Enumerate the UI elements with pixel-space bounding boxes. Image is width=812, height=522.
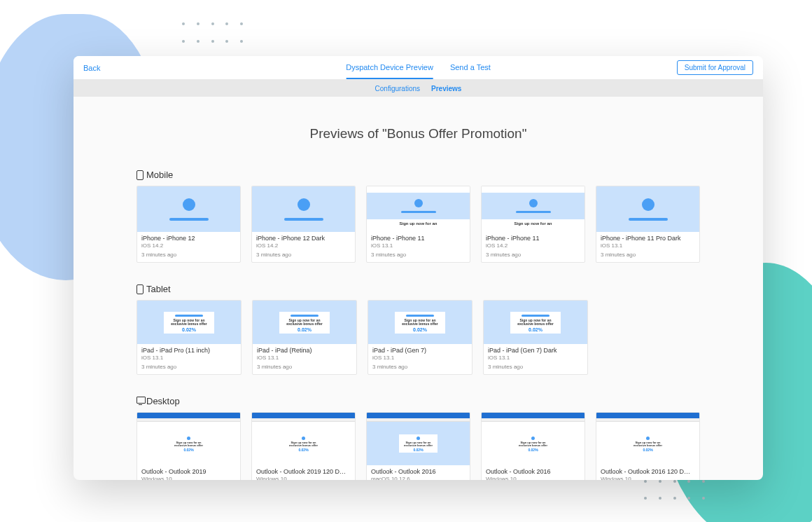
preview-card[interactable]: Sign up now for anexclusive bonus offer … xyxy=(252,300,357,375)
card-meta: iPad - iPad (Gen 7) iOS 13.1 3 minutes a… xyxy=(368,344,472,374)
tab-device-preview[interactable]: Dyspatch Device Preview xyxy=(346,57,433,79)
preview-thumbnail: Sign up now for an xyxy=(367,186,470,232)
card-time: 3 minutes ago xyxy=(256,252,351,258)
preview-card[interactable]: Sign up now for anexclusive bonus offer … xyxy=(483,300,588,375)
card-os: iOS 13.1 xyxy=(372,355,468,361)
card-title: iPhone - iPhone 11 xyxy=(486,235,580,242)
card-meta: Outlook - Outlook 2019 120 D… Windows 10… xyxy=(252,465,355,480)
card-time: 3 minutes ago xyxy=(488,364,583,370)
tab-configurations[interactable]: Configurations xyxy=(375,85,420,92)
card-os: iOS 13.1 xyxy=(141,355,237,361)
page-title: Previews of "Bonus Offer Promotion" xyxy=(136,126,700,142)
card-time: 3 minutes ago xyxy=(141,364,237,370)
card-title: iPhone - iPhone 12 Dark xyxy=(256,235,351,242)
section-heading-label: Mobile xyxy=(146,170,173,180)
preview-thumbnail: Sign up now for anexclusive bonus offer … xyxy=(253,301,356,344)
preview-thumbnail xyxy=(137,186,240,232)
preview-card[interactable]: iPhone - iPhone 12 Dark iOS 14.2 3 minut… xyxy=(251,186,356,263)
card-meta: iPhone - iPhone 11 iOS 13.1 3 minutes ag… xyxy=(367,232,470,262)
card-row: Sign up now for anexclusive bonus offer … xyxy=(136,300,700,375)
preview-thumbnail: Sign up now for anexclusive bonus offer … xyxy=(252,413,355,465)
card-meta: iPhone - iPhone 11 Pro Dark iOS 13.1 3 m… xyxy=(596,232,699,262)
card-os: Windows 10 xyxy=(256,476,351,480)
section-heading: Mobile xyxy=(136,170,700,180)
card-title: iPad - iPad (Gen 7) xyxy=(372,347,468,354)
back-link[interactable]: Back xyxy=(83,64,100,72)
preview-card[interactable]: Sign up now for an iPhone - iPhone 11 iO… xyxy=(481,186,585,263)
card-title: iPhone - iPhone 12 xyxy=(141,235,236,242)
card-meta: iPhone - iPhone 12 iOS 14.2 3 minutes ag… xyxy=(137,232,240,262)
preview-card[interactable]: Sign up now for anexclusive bonus offer … xyxy=(368,300,472,375)
card-os: iOS 14.2 xyxy=(256,242,351,249)
card-title: iPad - iPad (Gen 7) Dark xyxy=(488,347,583,354)
card-meta: Outlook - Outlook 2019 Windows 10 3 minu… xyxy=(137,465,240,480)
preview-card[interactable]: Sign up now for an iPhone - iPhone 11 iO… xyxy=(366,186,470,263)
preview-thumbnail xyxy=(596,186,699,232)
card-os: Windows 10 xyxy=(601,476,695,480)
preview-card[interactable]: Sign up now for anexclusive bonus offer … xyxy=(596,412,700,480)
submit-for-approval-button[interactable]: Submit for Approval xyxy=(677,60,753,75)
preview-thumbnail xyxy=(252,186,355,232)
header-primary: Back Dyspatch Device Preview Send a Test… xyxy=(74,56,763,80)
preview-card[interactable]: iPhone - iPhone 11 Pro Dark iOS 13.1 3 m… xyxy=(596,186,700,263)
card-os: iOS 13.1 xyxy=(371,242,465,249)
device-icon xyxy=(136,170,144,179)
primary-tabs: Dyspatch Device Preview Send a Test xyxy=(346,57,491,79)
card-os: Windows 10 xyxy=(486,476,580,480)
preview-thumbnail: Sign up now for anexclusive bonus offer … xyxy=(482,413,584,465)
card-title: iPad - iPad Pro (11 inch) xyxy=(141,347,237,354)
card-meta: iPhone - iPhone 11 iOS 14.2 3 minutes ag… xyxy=(482,232,584,262)
preview-card[interactable]: Sign up now for anexclusive bonus offer … xyxy=(251,412,356,480)
preview-card[interactable]: Sign up now for anexclusive bonus offer … xyxy=(366,412,470,480)
card-time: 3 minutes ago xyxy=(371,252,465,258)
section-heading-label: Tablet xyxy=(146,284,171,294)
section-heading: Tablet xyxy=(136,284,700,294)
card-meta: Outlook - Outlook 2016 120 D… Windows 10… xyxy=(596,465,699,480)
card-os: iOS 14.2 xyxy=(141,242,236,249)
card-title: Outlook - Outlook 2019 120 D… xyxy=(256,468,351,475)
card-os: iOS 14.2 xyxy=(486,242,580,249)
card-title: Outlook - Outlook 2016 xyxy=(486,468,580,475)
card-title: Outlook - Outlook 2019 xyxy=(141,468,236,475)
card-title: iPhone - iPhone 11 xyxy=(371,235,465,242)
card-time: 3 minutes ago xyxy=(372,364,468,370)
tab-send-test[interactable]: Send a Test xyxy=(450,57,491,79)
card-time: 3 minutes ago xyxy=(486,252,580,258)
card-title: Outlook - Outlook 2016 120 D… xyxy=(601,468,695,475)
preview-thumbnail: Sign up now for anexclusive bonus offer … xyxy=(137,301,241,344)
card-os: iOS 13.1 xyxy=(257,355,352,361)
preview-card[interactable]: Sign up now for anexclusive bonus offer … xyxy=(136,300,241,375)
card-meta: iPad - iPad Pro (11 inch) iOS 13.1 3 min… xyxy=(137,344,241,374)
secondary-tabs: Configurations Previews xyxy=(74,80,763,97)
preview-card[interactable]: Sign up now for anexclusive bonus offer … xyxy=(481,412,585,480)
card-meta: iPad - iPad (Gen 7) Dark iOS 13.1 3 minu… xyxy=(484,344,587,374)
card-title: iPad - iPad (Retina) xyxy=(257,347,352,354)
preview-thumbnail: Sign up now for anexclusive bonus offer … xyxy=(137,413,240,465)
preview-card[interactable]: iPhone - iPhone 12 iOS 14.2 3 minutes ag… xyxy=(136,186,241,263)
device-icon xyxy=(136,284,144,294)
section-heading: Desktop xyxy=(136,396,700,406)
card-os: Windows 10 xyxy=(141,476,236,480)
card-title: Outlook - Outlook 2016 xyxy=(371,468,465,475)
card-os: macOS 10.12.6 xyxy=(371,476,465,480)
preview-thumbnail: Sign up now for anexclusive bonus offer … xyxy=(596,413,699,465)
preview-thumbnail: Sign up now for anexclusive bonus offer … xyxy=(484,301,587,344)
preview-thumbnail: Sign up now for an xyxy=(482,186,584,232)
desktop-icon xyxy=(136,397,144,406)
preview-card[interactable]: Sign up now for anexclusive bonus offer … xyxy=(136,412,241,480)
card-meta: iPhone - iPhone 12 Dark iOS 14.2 3 minut… xyxy=(252,232,355,262)
card-title: iPhone - iPhone 11 Pro Dark xyxy=(601,235,695,242)
card-meta: iPad - iPad (Retina) iOS 13.1 3 minutes … xyxy=(253,344,356,374)
preview-thumbnail: Sign up now for anexclusive bonus offer … xyxy=(367,413,470,465)
section-heading-label: Desktop xyxy=(146,396,180,406)
app-window: Back Dyspatch Device Preview Send a Test… xyxy=(74,56,763,480)
tab-previews[interactable]: Previews xyxy=(431,85,461,92)
card-row: iPhone - iPhone 12 iOS 14.2 3 minutes ag… xyxy=(136,186,700,263)
preview-thumbnail: Sign up now for anexclusive bonus offer … xyxy=(368,301,472,344)
card-os: iOS 13.1 xyxy=(601,242,695,249)
card-row: Sign up now for anexclusive bonus offer … xyxy=(136,412,700,480)
card-os: iOS 13.1 xyxy=(488,355,583,361)
card-time: 3 minutes ago xyxy=(257,364,352,370)
content-area: Previews of "Bonus Offer Promotion" Mobi… xyxy=(74,97,763,480)
card-meta: Outlook - Outlook 2016 macOS 10.12.6 3 m… xyxy=(367,465,470,480)
